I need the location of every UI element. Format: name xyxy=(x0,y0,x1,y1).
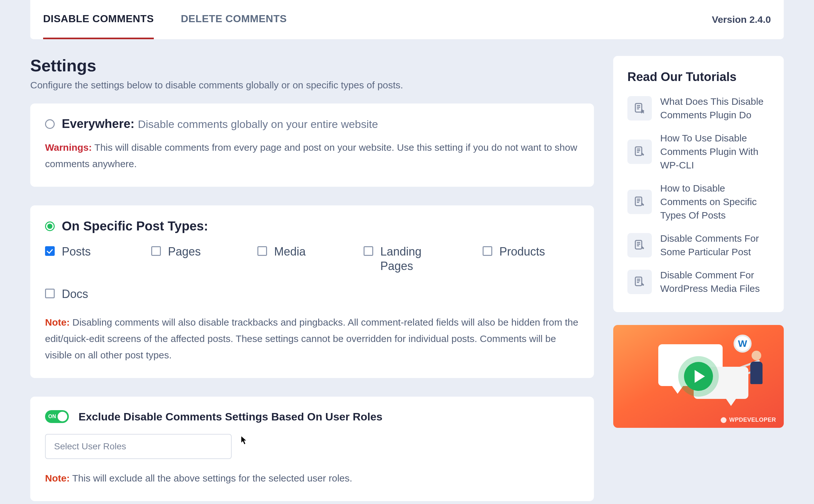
svg-rect-12 xyxy=(636,240,642,249)
tutorial-link-3[interactable]: Disable Comments For Some Particular Pos… xyxy=(628,232,770,259)
option-specific-note: Note: Disabling comments will also disab… xyxy=(45,314,579,363)
tutorial-text-0: What Does This Disable Comments Plugin D… xyxy=(660,95,770,122)
checkbox-landing-pages[interactable]: Landing Pages xyxy=(364,244,441,273)
tutorial-link-4[interactable]: Disable Comment For WordPress Media File… xyxy=(628,268,770,295)
tutorial-link-0[interactable]: What Does This Disable Comments Plugin D… xyxy=(628,95,770,122)
warnings-text: This will disable comments from every pa… xyxy=(45,142,577,169)
checkbox-products-label: Products xyxy=(499,244,545,259)
exclude-roles-note: Note: This will exclude all the above se… xyxy=(45,470,579,486)
checkbox-media-box[interactable] xyxy=(258,246,267,256)
exclude-note-text: This will exclude all the above settings… xyxy=(72,473,352,483)
svg-rect-16 xyxy=(636,277,642,286)
radio-specific-post-types[interactable] xyxy=(45,221,55,231)
document-edit-icon xyxy=(628,270,652,294)
toggle-exclude-roles[interactable]: ON xyxy=(45,410,69,423)
checkbox-posts[interactable]: Posts xyxy=(45,244,109,273)
wordpress-icon: W xyxy=(734,335,752,353)
option-specific-label: On Specific Post Types: xyxy=(62,219,208,233)
checkbox-pages[interactable]: Pages xyxy=(151,244,216,273)
svg-rect-0 xyxy=(636,103,642,112)
note-text: Disabling comments will also disable tra… xyxy=(45,317,578,360)
document-edit-icon xyxy=(628,233,652,257)
page-title: Settings xyxy=(30,56,594,75)
tutorial-link-2[interactable]: How to Disable Comments on Specific Type… xyxy=(628,182,770,222)
document-edit-icon xyxy=(628,190,652,214)
play-icon[interactable] xyxy=(684,362,713,391)
tutorial-text-4: Disable Comment For WordPress Media File… xyxy=(660,268,770,295)
tab-delete-comments[interactable]: DELETE COMMENTS xyxy=(181,0,287,39)
tutorial-text-1: How To Use Disable Comments Plugin With … xyxy=(660,131,770,172)
watermark: WPDEVELOPER xyxy=(721,417,776,423)
tab-disable-comments[interactable]: DISABLE COMMENTS xyxy=(43,0,154,39)
checkbox-docs[interactable]: Docs xyxy=(45,287,579,301)
option-everywhere-label: Everywhere: xyxy=(62,117,134,131)
checkbox-posts-box[interactable] xyxy=(45,246,55,256)
option-specific-card: On Specific Post Types: Posts Pages Medi… xyxy=(30,205,594,378)
warnings-tag: Warnings: xyxy=(45,142,92,153)
select-user-roles-placeholder: Select User Roles xyxy=(54,441,126,452)
select-user-roles[interactable]: Select User Roles xyxy=(45,434,232,459)
checkbox-posts-label: Posts xyxy=(62,244,91,259)
version-label: Version 2.4.0 xyxy=(712,14,771,25)
option-everywhere-warning: Warnings: This will disable comments fro… xyxy=(45,139,579,172)
radio-everywhere[interactable] xyxy=(45,119,55,129)
promo-video[interactable]: W WPDEVELOPER xyxy=(613,325,784,428)
tab-bar: DISABLE COMMENTS DELETE COMMENTS Version… xyxy=(30,0,784,39)
document-edit-icon xyxy=(628,139,652,164)
tutorials-card: Read Our Tutorials What Does This Disabl… xyxy=(613,56,784,312)
checkbox-landing-pages-box[interactable] xyxy=(364,246,373,256)
checkbox-landing-pages-label: Landing Pages xyxy=(380,244,441,273)
page-subtitle: Configure the settings below to disable … xyxy=(30,80,594,91)
svg-rect-8 xyxy=(636,197,642,206)
tutorial-text-2: How to Disable Comments on Specific Type… xyxy=(660,182,770,222)
note-tag: Note: xyxy=(45,317,70,328)
checkbox-pages-label: Pages xyxy=(168,244,201,259)
toggle-on-text: ON xyxy=(48,414,56,419)
tutorials-title: Read Our Tutorials xyxy=(628,70,770,84)
svg-rect-4 xyxy=(636,147,642,156)
tutorial-text-3: Disable Comments For Some Particular Pos… xyxy=(660,232,770,259)
exclude-note-tag: Note: xyxy=(45,473,70,483)
checkbox-pages-box[interactable] xyxy=(151,246,161,256)
exclude-roles-label: Exclude Disable Comments Settings Based … xyxy=(78,410,383,423)
exclude-roles-card: ON Exclude Disable Comments Settings Bas… xyxy=(30,397,594,501)
checkbox-products[interactable]: Products xyxy=(483,244,547,273)
post-type-checkboxes: Posts Pages Media Landing Pages xyxy=(45,244,579,301)
checkbox-docs-box[interactable] xyxy=(45,289,55,298)
checkbox-products-box[interactable] xyxy=(483,246,492,256)
person-icon xyxy=(748,351,764,389)
checkbox-media-label: Media xyxy=(274,244,306,259)
option-everywhere-desc: Disable comments globally on your entire… xyxy=(138,118,378,130)
option-everywhere-card: Everywhere: Disable comments globally on… xyxy=(30,103,594,187)
document-edit-icon xyxy=(628,96,652,121)
checkbox-media[interactable]: Media xyxy=(258,244,322,273)
tutorial-link-1[interactable]: How To Use Disable Comments Plugin With … xyxy=(628,131,770,172)
checkbox-docs-label: Docs xyxy=(62,287,88,301)
option-everywhere-heading: Everywhere: Disable comments globally on… xyxy=(62,117,378,131)
